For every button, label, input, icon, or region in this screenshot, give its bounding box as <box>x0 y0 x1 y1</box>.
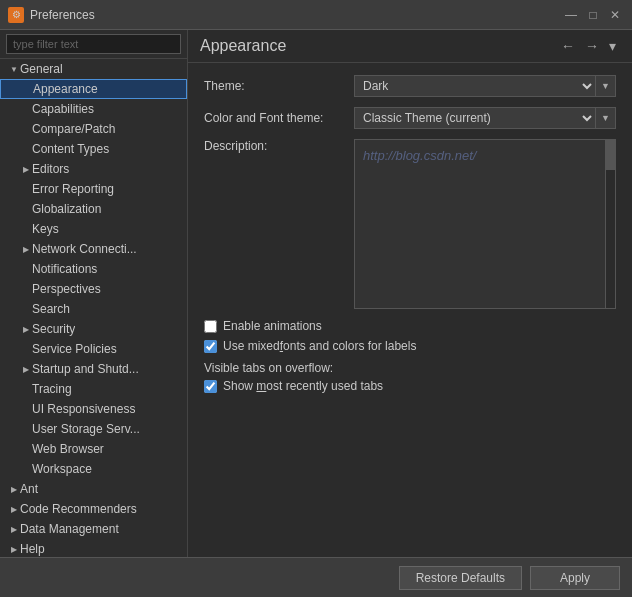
sidebar-item-data-management[interactable]: Data Management <box>0 519 187 539</box>
sidebar-item-perspectives[interactable]: Perspectives <box>0 279 187 299</box>
window-controls: — □ ✕ <box>562 6 624 24</box>
sidebar-item-notifications[interactable]: Notifications <box>0 259 187 279</box>
tree-arrow-network-connections <box>20 243 32 255</box>
sidebar-item-label-globalization: Globalization <box>32 202 101 216</box>
tree-arrow-ant <box>8 483 20 495</box>
sidebar-item-label-compare-patch: Compare/Patch <box>32 122 115 136</box>
description-container: Description: http://blog.csdn.net/ <box>204 139 616 309</box>
description-scrollbar-thumb <box>606 140 615 170</box>
sidebar-item-content-types[interactable]: Content Types <box>0 139 187 159</box>
color-font-row: Color and Font theme: Classic Theme (cur… <box>204 107 616 129</box>
sidebar-item-error-reporting[interactable]: Error Reporting <box>0 179 187 199</box>
sidebar-item-label-web-browser: Web Browser <box>32 442 104 456</box>
sidebar-item-keys[interactable]: Keys <box>0 219 187 239</box>
theme-label: Theme: <box>204 79 354 93</box>
sidebar-item-label-ant: Ant <box>20 482 38 496</box>
main-container: GeneralAppearanceCapabilitiesCompare/Pat… <box>0 30 632 557</box>
maximize-button[interactable]: □ <box>584 6 602 24</box>
mixed-fonts-row: Use mixedfonts and colors for labels <box>204 339 616 353</box>
tree-arrow-code-recommenders <box>8 503 20 515</box>
color-font-select-container: Classic Theme (current)Default ThemeDark… <box>354 107 616 129</box>
color-font-select[interactable]: Classic Theme (current)Default ThemeDark… <box>354 107 596 129</box>
content-body: Theme: DarkLightHigh Contrast ▼ Color an… <box>188 63 632 557</box>
theme-row: Theme: DarkLightHigh Contrast ▼ <box>204 75 616 97</box>
sidebar-item-label-network-connections: Network Connecti... <box>32 242 137 256</box>
sidebar-item-web-browser[interactable]: Web Browser <box>0 439 187 459</box>
apply-button[interactable]: Apply <box>530 566 620 590</box>
back-button[interactable]: ← <box>557 36 579 56</box>
sidebar-item-label-user-storage: User Storage Serv... <box>32 422 140 436</box>
theme-chevron-icon: ▼ <box>596 75 616 97</box>
recent-tabs-row: Show most recently used tabs <box>204 379 616 393</box>
sidebar-item-network-connections[interactable]: Network Connecti... <box>0 239 187 259</box>
bottom-bar: Restore Defaults Apply <box>0 557 632 597</box>
sidebar-item-label-service-policies: Service Policies <box>32 342 117 356</box>
window-title: Preferences <box>30 8 562 22</box>
tree-container[interactable]: GeneralAppearanceCapabilitiesCompare/Pat… <box>0 59 187 557</box>
sidebar-item-label-general: General <box>20 62 63 76</box>
sidebar-item-label-startup-shutdown: Startup and Shutd... <box>32 362 139 376</box>
title-bar: ⚙ Preferences — □ ✕ <box>0 0 632 30</box>
visible-tabs-label: Visible tabs on overflow: <box>204 361 616 375</box>
sidebar-item-label-security: Security <box>32 322 75 336</box>
sidebar-item-code-recommenders[interactable]: Code Recommenders <box>0 499 187 519</box>
enable-animations-label[interactable]: Enable animations <box>223 319 322 333</box>
tree-arrow-editors <box>20 163 32 175</box>
sidebar-item-security[interactable]: Security <box>0 319 187 339</box>
sidebar-item-tracing[interactable]: Tracing <box>0 379 187 399</box>
sidebar-item-user-storage[interactable]: User Storage Serv... <box>0 419 187 439</box>
color-font-chevron-icon: ▼ <box>596 107 616 129</box>
sidebar-filter-area <box>0 30 187 59</box>
sidebar-item-compare-patch[interactable]: Compare/Patch <box>0 119 187 139</box>
sidebar-item-label-keys: Keys <box>32 222 59 236</box>
sidebar-item-general[interactable]: General <box>0 59 187 79</box>
tree-arrow-security <box>20 323 32 335</box>
nav-menu-button[interactable]: ▾ <box>605 36 620 56</box>
color-font-label: Color and Font theme: <box>204 111 354 125</box>
sidebar-item-label-search: Search <box>32 302 70 316</box>
enable-animations-row: Enable animations <box>204 319 616 333</box>
sidebar-item-label-workspace: Workspace <box>32 462 92 476</box>
enable-animations-checkbox[interactable] <box>204 320 217 333</box>
filter-input[interactable] <box>6 34 181 54</box>
sidebar-item-service-policies[interactable]: Service Policies <box>0 339 187 359</box>
recent-tabs-label[interactable]: Show most recently used tabs <box>223 379 383 393</box>
theme-select[interactable]: DarkLightHigh Contrast <box>354 75 596 97</box>
sidebar-item-label-appearance: Appearance <box>33 82 98 96</box>
sidebar-item-ui-responsiveness[interactable]: UI Responsiveness <box>0 399 187 419</box>
forward-button[interactable]: → <box>581 36 603 56</box>
theme-select-container: DarkLightHigh Contrast ▼ <box>354 75 616 97</box>
sidebar-item-label-help: Help <box>20 542 45 556</box>
sidebar-item-label-content-types: Content Types <box>32 142 109 156</box>
sidebar: GeneralAppearanceCapabilitiesCompare/Pat… <box>0 30 188 557</box>
description-label: Description: <box>204 139 267 153</box>
nav-buttons: ← → ▾ <box>557 36 620 56</box>
description-label-area: Description: <box>204 139 354 153</box>
sidebar-item-capabilities[interactable]: Capabilities <box>0 99 187 119</box>
content-header: Appearance ← → ▾ <box>188 30 632 63</box>
sidebar-item-label-ui-responsiveness: UI Responsiveness <box>32 402 135 416</box>
description-box: http://blog.csdn.net/ <box>354 139 616 309</box>
sidebar-item-editors[interactable]: Editors <box>0 159 187 179</box>
sidebar-item-label-capabilities: Capabilities <box>32 102 94 116</box>
sidebar-item-globalization[interactable]: Globalization <box>0 199 187 219</box>
tree-arrow-general <box>8 63 20 75</box>
sidebar-item-label-data-management: Data Management <box>20 522 119 536</box>
sidebar-item-startup-shutdown[interactable]: Startup and Shutd... <box>0 359 187 379</box>
sidebar-item-ant[interactable]: Ant <box>0 479 187 499</box>
sidebar-item-help[interactable]: Help <box>0 539 187 557</box>
sidebar-item-appearance[interactable]: Appearance <box>0 79 187 99</box>
sidebar-item-workspace[interactable]: Workspace <box>0 459 187 479</box>
sidebar-item-search[interactable]: Search <box>0 299 187 319</box>
minimize-button[interactable]: — <box>562 6 580 24</box>
sidebar-item-label-editors: Editors <box>32 162 69 176</box>
tree-arrow-help <box>8 543 20 555</box>
app-icon: ⚙ <box>8 7 24 23</box>
mixed-fonts-checkbox[interactable] <box>204 340 217 353</box>
restore-defaults-button[interactable]: Restore Defaults <box>399 566 522 590</box>
description-scrollbar[interactable] <box>605 140 615 308</box>
mixed-fonts-label[interactable]: Use mixedfonts and colors for labels <box>223 339 416 353</box>
tree-arrow-data-management <box>8 523 20 535</box>
close-button[interactable]: ✕ <box>606 6 624 24</box>
recent-tabs-checkbox[interactable] <box>204 380 217 393</box>
